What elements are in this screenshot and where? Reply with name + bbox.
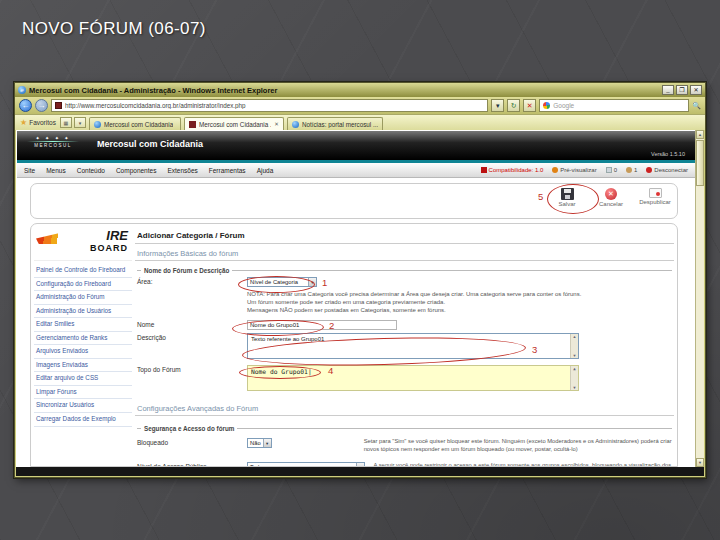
forward-button[interactable]: → xyxy=(35,99,48,112)
refresh-icon: ↻ xyxy=(511,102,517,109)
fb-menu-sincronizar[interactable]: Sincronizar Usuários xyxy=(34,399,132,413)
stop-icon: ✕ xyxy=(527,102,533,109)
google-icon xyxy=(543,102,550,109)
user-icon xyxy=(626,167,632,173)
tab-1[interactable]: Mercosul com Cidadania xyxy=(89,117,181,130)
url-dropdown-button[interactable]: ▾ xyxy=(491,99,504,112)
scroll-up-icon[interactable]: ▲ xyxy=(696,130,704,139)
textarea-scrollbar[interactable]: ▲ ▼ xyxy=(570,334,578,358)
nome-row: Nome Nome do Grupo01 xyxy=(137,320,672,330)
fb-menu-admin-usuarios[interactable]: Administração de Usuários xyxy=(34,305,132,319)
stop-button[interactable]: ✕ xyxy=(523,99,536,112)
menu-ajuda[interactable]: Ajuda xyxy=(257,167,274,174)
fb-menu-configuracao[interactable]: Configuração do Fireboard xyxy=(34,278,132,292)
status-previsualizar[interactable]: Pré-visualizar xyxy=(552,167,596,173)
unpublish-button[interactable]: Despublicar xyxy=(637,188,673,205)
scrollbar-thumb[interactable] xyxy=(696,140,704,186)
admin-header: ✦ ✦ ✦ ✦ MERCOSUL Mercosul com Cidadania … xyxy=(17,131,695,160)
form-title: Adicionar Categoria / Fórum xyxy=(135,227,674,244)
nome-label: Nome xyxy=(137,320,247,330)
status-users[interactable]: 1 xyxy=(626,167,637,173)
url-input[interactable]: http://www.mercosulcomcidadania.org.br/a… xyxy=(51,99,488,112)
cancel-x-icon: ✕ xyxy=(605,188,617,200)
page-scrollbar[interactable]: ▲ ▼ xyxy=(695,130,704,467)
bloqueado-label: Bloqueado xyxy=(137,438,247,454)
tab-2-active[interactable]: Mercosul com Cidadania ... ✕ xyxy=(184,117,284,130)
topo-row: Topo do Fórum Nome do Grupo01| ▲ ▼ xyxy=(137,365,672,391)
annotation-circle-1 xyxy=(238,276,315,293)
scroll-down-icon[interactable]: ▼ xyxy=(573,353,577,358)
scroll-down-icon[interactable]: ▼ xyxy=(573,385,575,390)
page-content: ✦ ✦ ✦ ✦ MERCOSUL Mercosul com Cidadania … xyxy=(16,130,704,476)
slide: NOVO FÓRUM (06-07) e Mercosul com Cidada… xyxy=(0,0,720,540)
fb-menu-carregar[interactable]: Carregar Dados de Exemplo xyxy=(34,413,132,427)
site-favicon xyxy=(55,102,62,109)
menu-ferramentas[interactable]: Ferramentas xyxy=(209,167,246,174)
tab1-title: Mercosul com Cidadania xyxy=(104,121,173,128)
annotation-circle-4 xyxy=(239,366,321,379)
logout-icon xyxy=(646,167,652,173)
close-icon: ✕ xyxy=(693,87,698,93)
search-icon: 🔍 xyxy=(692,102,701,109)
refresh-button[interactable]: ↻ xyxy=(507,99,520,112)
fb-menu-imagens[interactable]: Imagens Enviadas xyxy=(34,359,132,373)
maximize-button[interactable]: ❐ xyxy=(676,85,688,95)
forward-icon: → xyxy=(38,101,46,110)
fieldset-name-legend: Nome do Fórum e Descrição xyxy=(141,267,232,274)
annotation-number-5: 5 xyxy=(538,191,543,202)
browser-window: e Mercosul com Cidadania - Administração… xyxy=(14,82,706,478)
fb-menu-limpar[interactable]: Limpar Fóruns xyxy=(34,386,132,400)
fb-menu-css[interactable]: Editar arquivo de CSS xyxy=(34,372,132,386)
scroll-down-icon[interactable]: ▼ xyxy=(696,458,704,467)
close-button[interactable]: ✕ xyxy=(690,85,702,95)
fireboard-flame-icon xyxy=(36,232,64,244)
menu-menus[interactable]: Menus xyxy=(46,167,66,174)
shield-icon xyxy=(481,167,487,173)
topo-label: Topo do Fórum xyxy=(137,365,247,391)
area-row: Área: Nível de Categoria ▾ xyxy=(137,277,672,287)
menu-extensoes[interactable]: Extensões xyxy=(167,167,197,174)
tab-3[interactable]: Notícias: portal mercosul ... xyxy=(287,117,383,130)
search-input[interactable]: Google xyxy=(539,99,689,112)
cancel-label: Cancelar xyxy=(599,201,623,207)
fb-menu-admin-forum[interactable]: Administração do Fórum xyxy=(34,291,132,305)
textarea-scrollbar[interactable]: ▲ ▼ xyxy=(570,366,578,390)
basic-section-header: Informações Básicas do fórum xyxy=(135,244,674,261)
menu-site[interactable]: Site xyxy=(24,167,35,174)
nota-line-3: Mensagens NÃO podem ser postadas em Cate… xyxy=(247,306,672,314)
minimize-button[interactable]: _ xyxy=(662,85,674,95)
back-icon: ← xyxy=(22,101,30,110)
fb-menu-arquivos[interactable]: Arquivos Enviados xyxy=(34,345,132,359)
fireboard-logo: IRE BOARD xyxy=(34,227,132,261)
menu-conteudo[interactable]: Conteúdo xyxy=(77,167,105,174)
status-compatibilidade[interactable]: Compatibilidade: 1.0 xyxy=(481,167,544,173)
menu-componentes[interactable]: Componentes xyxy=(116,167,156,174)
status-desconectar[interactable]: Desconectar xyxy=(646,167,688,173)
admin-site-title: Mercosul com Cidadania xyxy=(97,139,203,149)
tab3-favicon xyxy=(292,121,299,128)
fb-menu-smilies[interactable]: Editar Smilies xyxy=(34,318,132,332)
advanced-section-header: Configurações Avançadas do Fórum xyxy=(135,399,674,416)
url-text: http://www.mercosulcomcidadania.org.br/a… xyxy=(65,102,246,109)
tab-list-button[interactable]: ▾ xyxy=(74,117,86,128)
search-button[interactable]: 🔍 xyxy=(692,102,701,110)
back-button[interactable]: ← xyxy=(19,99,32,112)
fb-menu-ranks[interactable]: Gerenciamento de Ranks xyxy=(34,332,132,346)
area-label: Área: xyxy=(137,277,247,287)
fieldset-name-desc: Nome do Fórum e Descrição Área: Nível de… xyxy=(137,270,672,391)
unpublish-icon xyxy=(649,188,662,198)
tab-close-icon[interactable]: ✕ xyxy=(274,121,279,127)
fireboard-sidebar: IRE BOARD Painel de Controle do Fireboar… xyxy=(34,227,132,466)
scroll-up-icon[interactable]: ▲ xyxy=(573,334,577,339)
admin-menubar: Site Menus Conteúdo Componentes Extensõe… xyxy=(17,163,695,178)
bloqueado-help: Setar para "Sim" se você quiser bloquear… xyxy=(364,438,672,454)
fb-menu-painel[interactable]: Painel de Controle do Fireboard xyxy=(34,264,132,278)
star-icon: ★ xyxy=(20,118,27,127)
bloqueado-select[interactable]: Não ▾ xyxy=(247,438,272,448)
favorites-label[interactable]: Favoritos xyxy=(29,119,56,126)
preview-icon xyxy=(552,167,558,173)
scroll-up-icon[interactable]: ▲ xyxy=(573,366,575,371)
quick-tabs-button[interactable]: ▦ xyxy=(60,117,72,128)
status-messages[interactable]: 0 xyxy=(606,167,617,173)
maximize-icon: ❐ xyxy=(679,87,684,93)
